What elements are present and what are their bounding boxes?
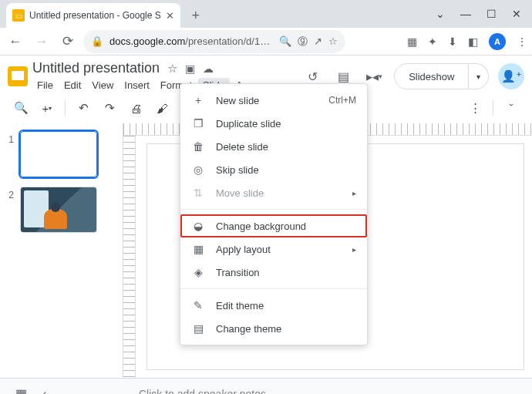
- submenu-arrow-icon: ▸: [352, 245, 356, 254]
- thumb-number: 1: [5, 131, 14, 177]
- slide-thumbnails: 1 2: [0, 123, 123, 378]
- slides-logo-icon[interactable]: [8, 62, 28, 90]
- shortcut-label: Ctrl+M: [328, 95, 356, 106]
- menuitem-transition[interactable]: ◈ Transition: [180, 261, 367, 284]
- paint-format-icon[interactable]: 🖌: [152, 98, 172, 118]
- star-icon[interactable]: ☆: [328, 35, 338, 47]
- slide-thumbnail-2[interactable]: [20, 187, 97, 233]
- theme-edit-icon: ✎: [191, 299, 205, 311]
- slides-favicon-icon: ▭: [12, 9, 25, 22]
- reload-button[interactable]: ⟳: [57, 31, 79, 52]
- slideshow-button[interactable]: Slideshow: [394, 63, 469, 89]
- menuitem-duplicate-slide[interactable]: ❐ Duplicate slide: [180, 112, 367, 135]
- vertical-ruler: [123, 136, 136, 378]
- menuitem-label: Move slide: [216, 187, 264, 199]
- eye-off-icon: ◎: [191, 163, 205, 176]
- menuitem-delete-slide[interactable]: 🗑 Delete slide: [180, 135, 367, 158]
- star-icon[interactable]: ☆: [167, 62, 177, 76]
- browser-titlebar: ▭ Untitled presentation - Google S ✕ + ⌄…: [0, 0, 532, 28]
- menu-divider: [180, 209, 367, 210]
- menu-view[interactable]: View: [87, 78, 118, 93]
- cloud-icon[interactable]: ☁: [203, 62, 214, 75]
- close-tab-icon[interactable]: ✕: [166, 10, 174, 22]
- menuitem-label: Apply layout: [216, 244, 271, 255]
- menu-file[interactable]: File: [32, 78, 58, 93]
- speaker-notes-input[interactable]: Click to add speaker notes: [139, 388, 266, 395]
- redo-icon[interactable]: ↷: [99, 98, 120, 118]
- new-slide-icon[interactable]: + ▾: [37, 98, 57, 118]
- layout-icon: ▦: [191, 243, 205, 255]
- menuitem-move-slide: ⇅ Move slide ▸: [180, 181, 367, 204]
- trash-icon: 🗑: [191, 140, 205, 153]
- extensions-icon[interactable]: ✦: [428, 35, 437, 48]
- more-tools-icon[interactable]: ⋮: [465, 98, 485, 118]
- browser-tab[interactable]: ▭ Untitled presentation - Google S ✕: [6, 3, 180, 28]
- qr-icon[interactable]: ▦: [407, 35, 417, 48]
- grid-view-icon[interactable]: ▦: [15, 386, 27, 394]
- menuitem-label: Transition: [216, 267, 260, 278]
- minimize-icon[interactable]: —: [460, 8, 471, 20]
- thumb-number: 2: [5, 187, 14, 233]
- download-icon[interactable]: ⬇: [448, 35, 457, 48]
- translate-icon[interactable]: ⓖ: [298, 35, 308, 49]
- menu-divider: [180, 288, 367, 289]
- slideshow-dropdown[interactable]: ▾: [469, 63, 489, 89]
- menu-edit[interactable]: Edit: [59, 78, 86, 93]
- menuitem-label: Duplicate slide: [216, 118, 281, 130]
- submenu-arrow-icon: ▸: [352, 189, 356, 197]
- menuitem-label: New slide: [216, 95, 259, 106]
- menuitem-apply-layout[interactable]: ▦ Apply layout ▸: [180, 237, 367, 261]
- menuitem-new-slide[interactable]: + New slide Ctrl+M: [180, 89, 367, 112]
- url-text: docs.google.com/presentation/d/1vwxyVh-D…: [109, 35, 273, 47]
- kebab-menu-icon[interactable]: ⋮: [517, 35, 527, 48]
- back-button[interactable]: ←: [5, 31, 26, 52]
- menuitem-edit-theme[interactable]: ✎ Edit theme: [180, 294, 367, 317]
- document-title[interactable]: Untitled presentation: [32, 60, 160, 76]
- menuitem-skip-slide[interactable]: ◎ Skip slide: [180, 158, 367, 181]
- new-tab-button[interactable]: +: [185, 5, 207, 26]
- duplicate-icon: ❐: [191, 117, 205, 130]
- prev-slide-icon[interactable]: ‹: [42, 387, 46, 395]
- transition-icon: ◈: [191, 266, 205, 278]
- browser-url-bar: ← → ⟳ 🔒 docs.google.com/presentation/d/1…: [0, 28, 532, 56]
- menuitem-label: Delete slide: [216, 141, 268, 153]
- undo-icon[interactable]: ↶: [73, 98, 93, 118]
- move-icon: ⇅: [191, 187, 205, 199]
- address-bar[interactable]: 🔒 docs.google.com/presentation/d/1vwxyVh…: [83, 30, 345, 53]
- share-button[interactable]: 👤⁺: [498, 63, 524, 89]
- background-icon: ◒: [191, 220, 205, 232]
- menuitem-change-theme[interactable]: ▤ Change theme: [180, 317, 367, 340]
- share-icon[interactable]: ↗: [314, 35, 322, 47]
- browser-avatar[interactable]: A: [489, 33, 506, 50]
- chevron-down-icon[interactable]: ⌄: [436, 8, 445, 20]
- hide-menus-icon[interactable]: ˇ: [501, 98, 521, 118]
- slide-thumbnail-1[interactable]: [20, 131, 97, 177]
- search-menus-icon[interactable]: 🔍: [11, 98, 31, 118]
- menuitem-change-background[interactable]: ◒ Change background: [180, 214, 367, 237]
- tab-title: Untitled presentation - Google S: [29, 10, 161, 21]
- plus-icon: +: [191, 94, 205, 106]
- menuitem-label: Change background: [216, 221, 306, 232]
- close-icon[interactable]: ✕: [512, 8, 521, 20]
- menuitem-label: Change theme: [216, 323, 281, 335]
- reader-icon[interactable]: ◧: [468, 35, 478, 48]
- search-icon[interactable]: 🔍: [279, 35, 291, 47]
- menu-insert[interactable]: Insert: [120, 78, 154, 93]
- maximize-icon[interactable]: ☐: [487, 8, 497, 20]
- theme-icon: ▤: [191, 322, 205, 335]
- print-icon[interactable]: 🖨: [126, 98, 146, 118]
- speaker-notes-bar: ▦ ‹ Click to add speaker notes: [0, 378, 532, 394]
- menuitem-label: Skip slide: [216, 164, 259, 176]
- menuitem-label: Edit theme: [216, 300, 264, 311]
- window-controls: ⌄ — ☐ ✕: [436, 8, 532, 28]
- lock-icon: 🔒: [91, 35, 103, 47]
- move-icon[interactable]: ▣: [185, 62, 195, 75]
- slide-menu-dropdown: + New slide Ctrl+M ❐ Duplicate slide 🗑 D…: [180, 83, 368, 345]
- forward-button[interactable]: →: [31, 31, 52, 52]
